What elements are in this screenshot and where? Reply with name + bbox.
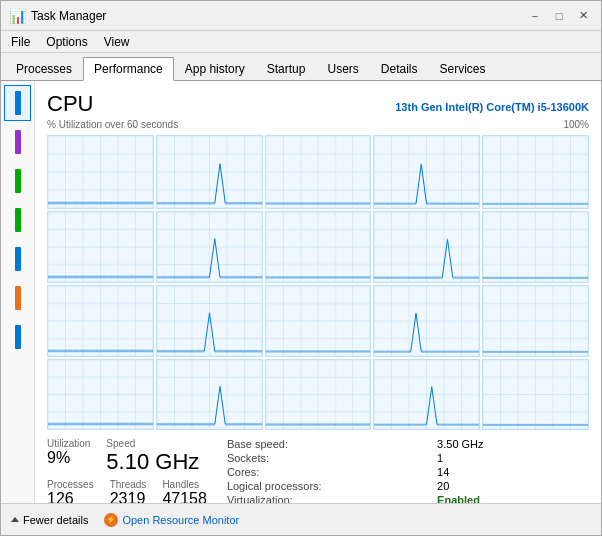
- spec-value: Enabled: [437, 494, 589, 503]
- main-panel: CPU 13th Gen Intel(R) Core(TM) i5-13600K…: [35, 81, 601, 503]
- chart-label: % Utilization over 60 seconds: [47, 119, 178, 130]
- mini-chart-0-0: [47, 135, 154, 209]
- mini-chart-3-2: [265, 359, 372, 431]
- speed-group: Speed 5.10 GHz: [106, 438, 199, 475]
- sidebar-item-wifi[interactable]: [4, 241, 31, 277]
- open-monitor-label: Open Resource Monitor: [122, 514, 239, 526]
- sidebar: [1, 81, 35, 503]
- mini-chart-3-4: [482, 359, 589, 431]
- mini-chart-0-4: [482, 135, 589, 209]
- spec-value: 1: [437, 452, 589, 464]
- mini-chart-2-0: [47, 285, 154, 357]
- cpu-chart-area: [47, 135, 589, 430]
- processes-label: Processes: [47, 479, 94, 490]
- speed-label: Speed: [106, 438, 199, 449]
- menu-bar: File Options View: [1, 31, 601, 53]
- utilization-value: 9%: [47, 449, 90, 467]
- spec-value: 14: [437, 466, 589, 478]
- stats-left: Utilization 9% Speed 5.10 GHz Processes …: [47, 438, 207, 503]
- sidebar-item-gpu1[interactable]: [4, 319, 31, 355]
- mini-chart-3-0: [47, 359, 154, 431]
- handles-value: 47158: [162, 490, 207, 503]
- cpu-model: 13th Gen Intel(R) Core(TM) i5-13600K: [395, 101, 589, 113]
- mini-chart-3-1: [156, 359, 263, 431]
- fewer-details-label: Fewer details: [23, 514, 88, 526]
- sidebar-item-cpu[interactable]: [4, 85, 31, 121]
- tab-processes[interactable]: Processes: [5, 57, 83, 80]
- handles-group: Handles 47158: [162, 479, 207, 503]
- percent-label: 100%: [563, 119, 589, 133]
- chart-row-3: [47, 285, 589, 357]
- footer: Fewer details ⚡ Open Resource Monitor: [1, 503, 601, 535]
- cpu-header: CPU 13th Gen Intel(R) Core(TM) i5-13600K: [47, 91, 589, 117]
- menu-options[interactable]: Options: [40, 33, 93, 51]
- content-area: CPU 13th Gen Intel(R) Core(TM) i5-13600K…: [1, 81, 601, 503]
- tab-services[interactable]: Services: [429, 57, 497, 80]
- open-resource-monitor-link[interactable]: ⚡ Open Resource Monitor: [104, 513, 239, 527]
- sidebar-item-disk1[interactable]: [4, 202, 31, 238]
- chart-row-4: [47, 359, 589, 431]
- sidebar-item-gpu0[interactable]: [4, 280, 31, 316]
- stats-area: Utilization 9% Speed 5.10 GHz Processes …: [47, 438, 589, 503]
- util-speed-row: Utilization 9% Speed 5.10 GHz: [47, 438, 207, 475]
- cpu-title: CPU: [47, 91, 93, 117]
- mini-chart-1-1: [156, 211, 263, 283]
- spec-value: 20: [437, 480, 589, 492]
- menu-view[interactable]: View: [98, 33, 136, 51]
- mini-chart-3-3: [373, 359, 480, 431]
- window-controls: − □ ✕: [525, 6, 593, 26]
- task-manager-window: 📊 Task Manager − □ ✕ File Options View P…: [0, 0, 602, 536]
- mini-chart-2-1: [156, 285, 263, 357]
- app-icon: 📊: [9, 8, 25, 24]
- tab-performance[interactable]: Performance: [83, 57, 174, 81]
- handles-label: Handles: [162, 479, 207, 490]
- proc-thread-handle-row: Processes 126 Threads 2319 Handles 47158: [47, 479, 207, 503]
- close-button[interactable]: ✕: [573, 6, 593, 26]
- sidebar-item-memory[interactable]: [4, 124, 31, 160]
- mini-chart-0-2: [265, 135, 372, 209]
- spec-label: Cores:: [227, 466, 427, 478]
- mini-chart-1-2: [265, 211, 372, 283]
- tab-details[interactable]: Details: [370, 57, 429, 80]
- title-bar: 📊 Task Manager − □ ✕: [1, 1, 601, 31]
- spec-label: Logical processors:: [227, 480, 427, 492]
- threads-group: Threads 2319: [110, 479, 147, 503]
- spec-label: Virtualization:: [227, 494, 427, 503]
- minimize-button[interactable]: −: [525, 6, 545, 26]
- utilization-group: Utilization 9%: [47, 438, 90, 475]
- window-title: Task Manager: [31, 9, 106, 23]
- tab-users[interactable]: Users: [316, 57, 369, 80]
- mini-chart-0-3: [373, 135, 480, 209]
- monitor-icon: ⚡: [104, 513, 118, 527]
- spec-value: 3.50 GHz: [437, 438, 589, 450]
- tab-startup[interactable]: Startup: [256, 57, 317, 80]
- mini-chart-1-3: [373, 211, 480, 283]
- fewer-details-button[interactable]: Fewer details: [11, 514, 88, 526]
- mini-chart-2-3: [373, 285, 480, 357]
- chart-row-1: [47, 135, 589, 209]
- mini-chart-0-1: [156, 135, 263, 209]
- chart-row-2: [47, 211, 589, 283]
- chevron-up-icon: [11, 517, 19, 522]
- tab-app-history[interactable]: App history: [174, 57, 256, 80]
- spec-label: Base speed:: [227, 438, 427, 450]
- threads-label: Threads: [110, 479, 147, 490]
- title-bar-left: 📊 Task Manager: [9, 8, 106, 24]
- mini-chart-2-4: [482, 285, 589, 357]
- speed-value: 5.10 GHz: [106, 449, 199, 475]
- mini-chart-1-0: [47, 211, 154, 283]
- sidebar-item-disk0[interactable]: [4, 163, 31, 199]
- utilization-label: Utilization: [47, 438, 90, 449]
- processes-value: 126: [47, 490, 94, 503]
- specs-table: Base speed:3.50 GHzSockets:1Cores:14Logi…: [227, 438, 589, 503]
- mini-chart-2-2: [265, 285, 372, 357]
- menu-file[interactable]: File: [5, 33, 36, 51]
- maximize-button[interactable]: □: [549, 6, 569, 26]
- mini-chart-1-4: [482, 211, 589, 283]
- processes-group: Processes 126: [47, 479, 94, 503]
- threads-value: 2319: [110, 490, 147, 503]
- tab-bar: Processes Performance App history Startu…: [1, 53, 601, 81]
- spec-label: Sockets:: [227, 452, 427, 464]
